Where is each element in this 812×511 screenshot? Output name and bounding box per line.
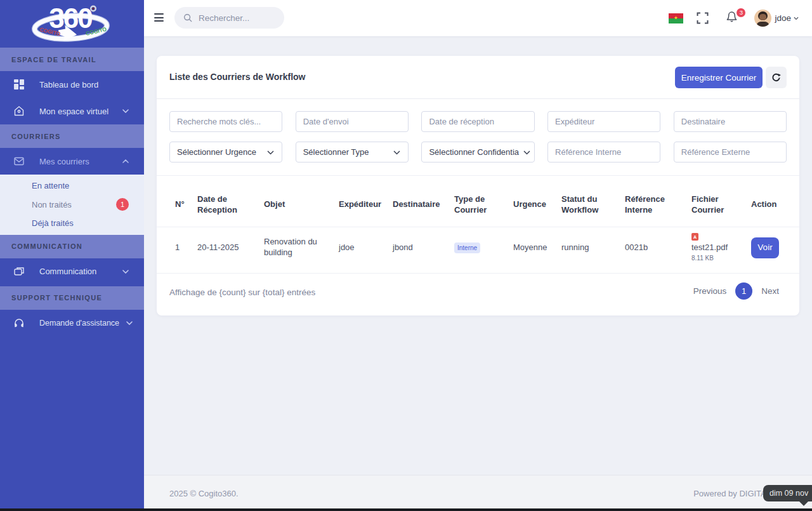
svg-text:360: 360 [49, 3, 92, 34]
svg-text:A: A [693, 235, 697, 239]
